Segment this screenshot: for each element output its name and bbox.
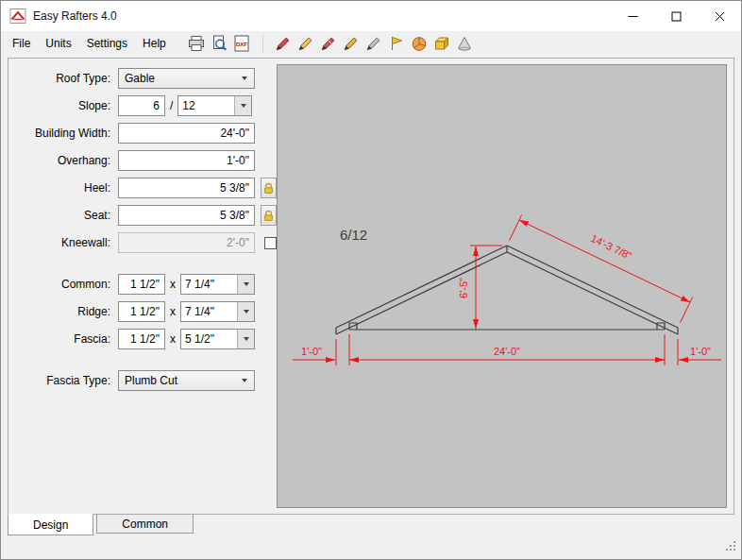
fascia-depth-dropdown-button[interactable] <box>237 330 254 348</box>
parameters-form: Roof Type: Gable Slope: / 12 Building Wi… <box>8 68 277 398</box>
pencil-yellow-icon <box>296 34 315 53</box>
pencil-yellow2-icon <box>342 34 361 53</box>
print-button[interactable] <box>187 34 207 54</box>
minimize-icon <box>628 11 638 22</box>
overhang-input[interactable] <box>118 150 255 171</box>
chevron-down-icon <box>241 104 246 108</box>
fascia-label: Fascia: <box>8 332 118 346</box>
tool-pencil-red2-button[interactable] <box>319 34 339 54</box>
menu-help[interactable]: Help <box>135 33 174 54</box>
common-x-separator: x <box>170 278 176 291</box>
tool-cone-button[interactable] <box>455 34 475 54</box>
fascia-thickness-input[interactable] <box>118 329 165 349</box>
maximize-icon <box>671 11 682 22</box>
slope-separator: / <box>170 99 173 112</box>
pie-icon <box>410 34 429 53</box>
heel-input[interactable] <box>118 178 255 198</box>
common-depth-select[interactable]: 7 1/4" <box>180 274 255 295</box>
bottom-tabs: Design Common <box>8 515 196 535</box>
resize-grip[interactable] <box>724 539 736 554</box>
maximize-button[interactable] <box>654 1 698 31</box>
fascia-depth-value: 5 1/2" <box>181 330 237 348</box>
tab-design[interactable]: Design <box>8 514 93 535</box>
roof-diagram: 6/12 24'-0" 1'-0" 1'-0" 6'-5" 14'-3 7/8" <box>278 65 726 507</box>
svg-text:DXF: DXF <box>236 42 247 47</box>
kneewall-input <box>118 232 255 253</box>
menu-settings[interactable]: Settings <box>79 33 135 54</box>
fascia-depth-select[interactable]: 5 1/2" <box>180 329 255 349</box>
slope-run-select[interactable]: 12 <box>177 95 252 116</box>
heel-lock-button[interactable] <box>261 178 277 198</box>
print-preview-button[interactable] <box>210 34 229 54</box>
titlebar: Easy Rafters 4.0 <box>1 1 741 31</box>
slope-label: Slope: <box>8 99 118 112</box>
span-dim-label: 24'-0" <box>494 346 520 357</box>
menu-file[interactable]: File <box>5 33 38 54</box>
dxf-icon: DXF <box>232 34 251 53</box>
minimize-button[interactable] <box>611 1 654 31</box>
ridge-x-separator: x <box>170 305 176 318</box>
tool-box-button[interactable] <box>432 34 452 54</box>
heel-row: Heel: <box>8 178 277 198</box>
export-dxf-button[interactable]: DXF <box>232 34 252 54</box>
seat-label: Seat: <box>8 209 118 222</box>
form-group-gap <box>8 356 277 370</box>
chevron-down-icon <box>242 379 247 382</box>
seat-row: Seat: <box>8 205 277 226</box>
kneewall-checkbox[interactable] <box>264 237 277 249</box>
building-width-input[interactable] <box>118 123 255 144</box>
roof-type-row: Roof Type: Gable <box>8 68 277 89</box>
tool-pencil-yellow2-button[interactable] <box>342 34 362 54</box>
chevron-down-icon <box>244 310 249 314</box>
ridge-thickness-input[interactable] <box>118 301 165 322</box>
pencil-red2-icon <box>319 34 338 53</box>
tool-pencil-yellow-button[interactable] <box>296 34 316 54</box>
window-controls <box>611 1 741 31</box>
fascia-x-separator: x <box>170 332 176 346</box>
flag-icon <box>387 34 406 53</box>
roof-type-select[interactable]: Gable <box>118 68 255 89</box>
cone-icon <box>455 34 474 53</box>
slope-run-value: 12 <box>178 96 234 115</box>
pencil-gray-icon <box>364 34 383 53</box>
overhang-left-dim-label: 1'-0" <box>301 346 322 357</box>
toolbar: DXF <box>187 34 475 54</box>
slope-run-dropdown-button[interactable] <box>234 96 251 115</box>
roof-type-value: Gable <box>125 72 242 85</box>
app-icon <box>9 8 26 25</box>
lock-icon <box>262 210 275 222</box>
building-width-row: Building Width: <box>8 123 277 144</box>
overhang-right-dim-label: 1'-0" <box>690 346 711 357</box>
fascia-type-value: Plumb Cut <box>125 374 242 387</box>
fascia-type-label: Fascia Type: <box>8 374 118 387</box>
overhang-row: Overhang: <box>8 150 277 171</box>
form-group-gap <box>8 260 277 274</box>
ridge-label: Ridge: <box>8 305 118 318</box>
building-width-label: Building Width: <box>8 127 118 140</box>
common-size-row: Common: x 7 1/4" <box>8 274 277 295</box>
tool-pencil-gray-button[interactable] <box>364 34 384 54</box>
tool-pie-button[interactable] <box>410 34 430 54</box>
ridge-depth-select[interactable]: 7 1/4" <box>180 301 255 322</box>
seat-lock-button[interactable] <box>261 205 277 226</box>
menu-units[interactable]: Units <box>38 33 78 54</box>
ridge-depth-dropdown-button[interactable] <box>237 302 254 321</box>
fascia-type-select[interactable]: Plumb Cut <box>118 370 255 391</box>
slope-rise-input[interactable] <box>118 95 165 116</box>
pencil-red-icon <box>274 34 293 53</box>
common-depth-dropdown-button[interactable] <box>237 275 254 294</box>
print-preview-icon <box>210 34 228 53</box>
tool-flag-button[interactable] <box>387 34 407 54</box>
tool-pencil-red-button[interactable] <box>274 34 294 54</box>
tab-common[interactable]: Common <box>96 515 194 534</box>
fascia-type-row: Fascia Type: Plumb Cut <box>8 370 277 391</box>
seat-input[interactable] <box>118 205 255 226</box>
close-button[interactable] <box>698 1 741 31</box>
common-thickness-input[interactable] <box>118 274 165 295</box>
kneewall-row: Kneewall: <box>8 232 277 253</box>
printer-icon <box>187 34 206 53</box>
menubar: File Units Settings Help <box>1 31 741 56</box>
lock-icon <box>262 182 275 195</box>
overhang-label: Overhang: <box>8 154 118 167</box>
fascia-size-row: Fascia: x 5 1/2" <box>8 329 277 349</box>
